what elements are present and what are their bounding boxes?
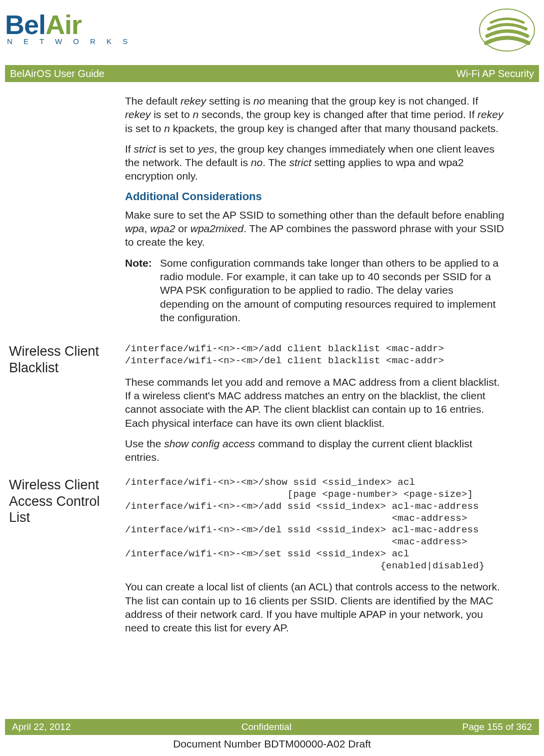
footer-page: Page 155 of 362 [462,721,532,732]
note-body: Some configuration commands take longer … [160,256,505,324]
note-label: Note: [125,256,160,324]
section-heading-acl: Wireless Client Access Control List [9,477,117,525]
paragraph-blacklist-p1: These commands let you add and remove a … [125,375,505,430]
paragraph-acl-p1: You can create a local list of clients (… [125,580,505,634]
paragraph-strict: If strict is set to yes, the group key c… [125,142,505,183]
subheading-additional: Additional Considerations [125,190,505,203]
code-blacklist: /interface/wifi-<n>-<m>/add client black… [125,343,505,367]
logo-bel: Bel [5,10,46,40]
content: The default rekey setting is no meaning … [0,82,544,642]
title-left: BelAirOS User Guide [10,68,104,80]
page-container: BelAir N E T W O R K S BelAirOS User Gui… [0,0,544,756]
paragraph-rekey: The default rekey setting is no meaning … [125,94,505,135]
paragraph-blacklist-p2: Use the show config access command to di… [125,437,505,464]
header: BelAir N E T W O R K S [0,0,544,65]
wifi-swoosh-icon [476,5,536,53]
document-number: Document Number BDTM00000-A02 Draft [0,738,544,750]
title-bar: BelAirOS User Guide Wi-Fi AP Security [5,65,539,82]
note-block: Note: Some configuration commands take l… [125,256,505,324]
footer-bar: April 22, 2012 Confidential Page 155 of … [5,719,539,735]
footer-date: April 22, 2012 [12,721,70,732]
paragraph-additional: Make sure to set the AP SSID to somethin… [125,208,505,249]
company-logo: BelAir N E T W O R K S [5,9,132,46]
code-acl: /interface/wifi-<n>-<m>/show ssid <ssid_… [125,477,505,572]
footer-confidential: Confidential [242,721,292,732]
section-heading-blacklist: Wireless Client Blacklist [9,343,117,376]
logo-air: Air [46,10,82,40]
logo-networks: N E T W O R K S [7,37,132,46]
title-right: Wi-Fi AP Security [456,68,534,80]
